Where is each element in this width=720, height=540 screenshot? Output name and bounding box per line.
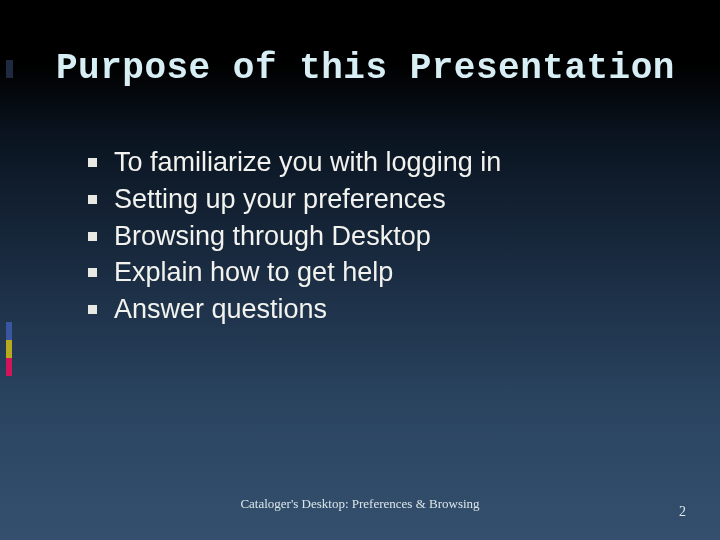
accent-tab-magenta xyxy=(6,358,12,376)
slide-title: Purpose of this Presentation xyxy=(56,48,680,89)
accent-tab-top xyxy=(6,60,13,78)
list-item: Setting up your preferences xyxy=(88,183,660,217)
footer: Cataloger's Desktop: Preferences & Brows… xyxy=(0,496,720,520)
accent-tab-blue xyxy=(6,322,12,340)
accent-tabs-left xyxy=(6,322,12,376)
list-item: To familiarize you with logging in xyxy=(88,146,660,180)
footer-text: Cataloger's Desktop: Preferences & Brows… xyxy=(0,496,720,512)
accent-tab-yellow xyxy=(6,340,12,358)
list-item: Explain how to get help xyxy=(88,256,660,290)
list-item: Answer questions xyxy=(88,293,660,327)
slide: Purpose of this Presentation To familiar… xyxy=(0,0,720,540)
bullet-list: To familiarize you with logging in Setti… xyxy=(88,146,660,330)
page-number: 2 xyxy=(679,504,686,520)
list-item: Browsing through Desktop xyxy=(88,220,660,254)
